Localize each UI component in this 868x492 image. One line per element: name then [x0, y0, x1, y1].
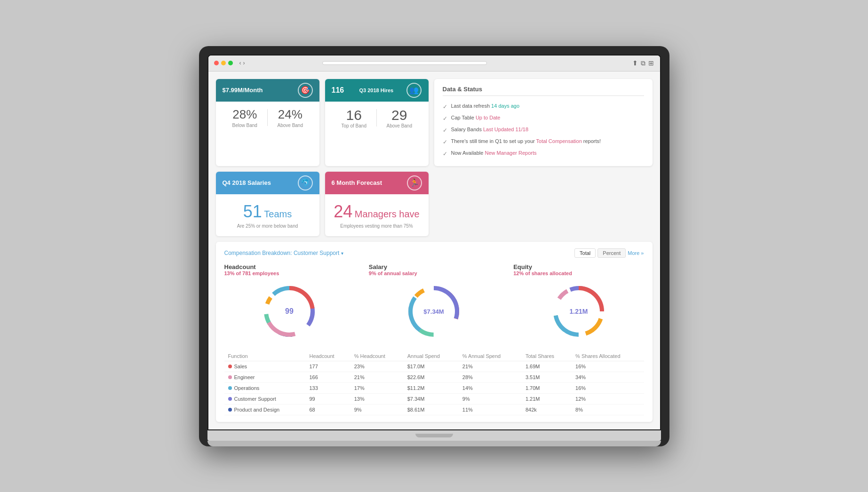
compensation-title: Compensation Breakdown: Customer Support…: [224, 250, 343, 256]
status-item-4: ✓ There's still time in Q1 to set up you…: [443, 136, 644, 148]
equity-chart: Equity 12% of shares allocated 1.21M: [513, 263, 644, 342]
col-annual-spend: Annual Spend: [404, 351, 459, 361]
status-link-5[interactable]: New Manager Reports: [485, 150, 536, 156]
second-cards-row: Q4 2018 Salaries 🐬 51 Teams Are 25% or m…: [216, 172, 653, 236]
equity-donut-svg: 1.21M: [548, 281, 609, 342]
cell-function: Engineer: [224, 372, 306, 382]
url-bar[interactable]: [322, 61, 487, 65]
salaries-icon: 🐬: [298, 175, 313, 190]
total-button[interactable]: Total: [574, 248, 596, 258]
status-item-1: ✓ Last data refresh 14 days ago: [443, 101, 644, 112]
top-of-band-value: 16: [332, 107, 377, 123]
status-text-4: There's still time in Q1 to set up your …: [451, 138, 601, 144]
salaries-card: Q4 2018 Salaries 🐬 51 Teams Are 25% or m…: [216, 172, 319, 236]
equity-donut-wrapper: 1.21M: [513, 281, 644, 342]
cell-pct-headcount: 17%: [350, 382, 404, 393]
browser-bar: ‹ › ⬆ ⧉ ⊞: [208, 56, 660, 71]
comp-title-text: Compensation Breakdown:: [224, 250, 292, 256]
back-button[interactable]: ‹: [239, 60, 241, 66]
page-content: $7.99M/Month 🎯 28% Below Band 24%: [208, 71, 660, 429]
close-button[interactable]: [214, 61, 219, 65]
salary-chart-subtitle: 9% of annual salary: [369, 270, 499, 276]
table-header-row: Function Headcount % Headcount Annual Sp…: [224, 351, 644, 361]
laptop-base: [207, 430, 661, 441]
check-icon-5: ✓: [443, 151, 447, 157]
comp-filter-chevron[interactable]: ▾: [341, 251, 343, 256]
headcount-title: Headcount: [224, 263, 355, 270]
salary-header-label: $7.99M/Month: [223, 87, 263, 94]
cell-pct-annual: 21%: [459, 361, 522, 372]
cell-total-shares: 3.51M: [522, 372, 572, 382]
cell-total-shares: 1.69M: [522, 361, 572, 372]
check-icon-3: ✓: [443, 127, 447, 134]
equity-pct: 12%: [513, 270, 524, 276]
status-link-4[interactable]: Total Compensation: [536, 138, 582, 144]
cell-headcount: 99: [305, 393, 350, 404]
status-link-1[interactable]: 14 days ago: [491, 103, 519, 109]
col-pct-annual: % Annual Spend: [459, 351, 522, 361]
check-icon-4: ✓: [443, 139, 447, 145]
above-band-stat: 24% Above Band: [268, 107, 313, 128]
table-row: Engineer 166 21% $22.6M 28% 3.51M 34%: [224, 372, 644, 382]
teams-number: 51: [243, 202, 262, 221]
salary-center-value: $7.34M: [424, 308, 444, 315]
cell-total-shares: 842k: [522, 404, 572, 415]
equity-subtitle-rest: of shares allocated: [525, 270, 572, 276]
more-button[interactable]: More »: [628, 248, 644, 258]
below-band-value: 28%: [223, 107, 268, 122]
comp-filter-link[interactable]: Customer Support: [294, 250, 339, 256]
status-link-2[interactable]: Up to Date: [476, 115, 501, 120]
share-button[interactable]: ⬆: [632, 59, 638, 67]
salary-target-icon: 🎯: [298, 83, 313, 98]
charts-row: Headcount 13% of 781 employees 99: [224, 263, 644, 342]
cell-pct-annual: 14%: [459, 382, 522, 393]
cell-pct-shares: 16%: [572, 382, 644, 393]
salaries-card-header: Q4 2018 Salaries 🐬: [216, 172, 319, 194]
hires-above-band-label: Above Band: [377, 123, 422, 128]
menu-button[interactable]: ⊞: [648, 59, 654, 67]
cell-pct-annual: 9%: [459, 393, 522, 404]
salary-card: $7.99M/Month 🎯 28% Below Band 24%: [216, 79, 319, 166]
cell-total-shares: 1.21M: [522, 393, 572, 404]
hires-card-header: 116 Q3 2018 Hires 👥: [325, 79, 429, 102]
status-item-3: ✓ Salary Bands Last Updated 11/18: [443, 124, 644, 136]
new-tab-button[interactable]: ⧉: [641, 59, 645, 67]
forward-button[interactable]: ›: [243, 60, 245, 66]
col-pct-shares: % Shares Allocated: [572, 351, 644, 361]
minimize-button[interactable]: [221, 61, 226, 65]
cell-total-shares: 1.70M: [522, 382, 572, 393]
compensation-table: Function Headcount % Headcount Annual Sp…: [224, 351, 644, 415]
status-text-2: Cap Table Up to Date: [451, 115, 501, 120]
salary-donut-wrapper: $7.34M: [369, 281, 499, 342]
managers-number: 24: [334, 202, 352, 221]
col-function: Function: [224, 351, 306, 361]
forecast-card: 6 Month Forecast 🏃 24 Managers have Empl…: [325, 172, 429, 236]
cell-pct-shares: 34%: [572, 372, 644, 382]
compensation-section: Compensation Breakdown: Customer Support…: [216, 242, 653, 422]
cell-headcount: 133: [305, 382, 350, 393]
cell-pct-headcount: 9%: [350, 404, 404, 415]
forecast-card-body: 24 Managers have Employees vesting more …: [325, 194, 429, 236]
hires-card-body: 16 Top of Band 29 Above Band: [325, 102, 429, 134]
salary-chart-title: Salary: [369, 263, 499, 270]
cell-annual-spend: $7.34M: [404, 393, 459, 404]
hires-above-band-stat: 29 Above Band: [377, 107, 422, 128]
status-link-3[interactable]: Last Updated 11/18: [483, 127, 528, 132]
comp-actions: Total Percent More »: [574, 248, 644, 258]
traffic-lights: [214, 61, 233, 65]
cell-headcount: 68: [305, 404, 350, 415]
compensation-header: Compensation Breakdown: Customer Support…: [224, 248, 644, 258]
cell-headcount: 166: [305, 372, 350, 382]
headcount-subtitle-rest: of 781 employees: [236, 270, 279, 276]
cell-annual-spend: $22.6M: [404, 372, 459, 382]
status-card: Data & Status ✓ Last data refresh 14 day…: [434, 79, 653, 166]
hires-header-sub: Q3 2018 Hires: [359, 87, 393, 93]
cell-function: Sales: [224, 361, 306, 372]
spacer: [434, 172, 653, 236]
percent-button[interactable]: Percent: [597, 248, 626, 258]
cell-pct-headcount: 13%: [350, 393, 404, 404]
table-row: Customer Support 99 13% $7.34M 9% 1.21M …: [224, 393, 644, 404]
check-icon-2: ✓: [443, 115, 447, 122]
maximize-button[interactable]: [228, 61, 233, 65]
cell-annual-spend: $17.0M: [404, 361, 459, 372]
